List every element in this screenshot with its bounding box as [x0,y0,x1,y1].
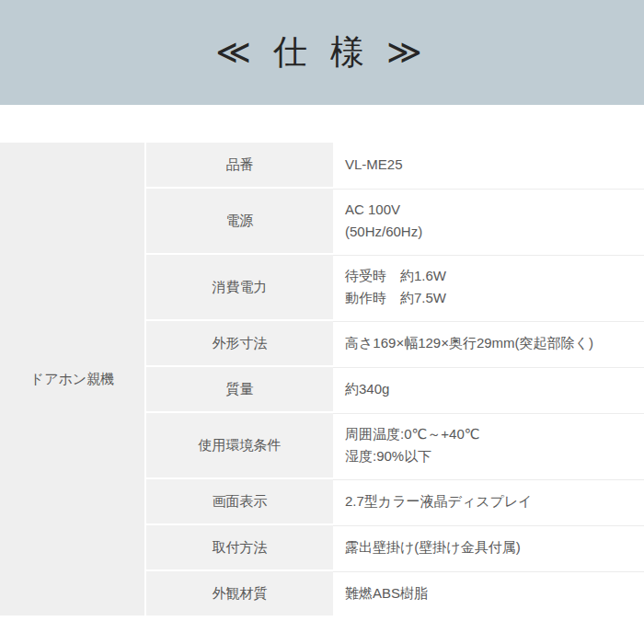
spec-header-band: ≪ 仕 様 ≫ [0,0,644,105]
spec-row: 画面表示2.7型カラー液晶ディスプレイ [146,477,644,523]
spec-row-value: 周囲温度:0℃～+40℃湿度:90%以下 [333,413,644,477]
spec-row-label: 電源 [146,189,333,253]
spec-row-value: 待受時 約1.6W動作時 約7.5W [333,255,644,319]
spec-row-value: 高さ169×幅129×奥行29mm(突起部除く) [333,321,644,365]
spec-row-value-line: 露出壁掛け(壁掛け金具付属) [345,536,635,558]
spec-row: 外観材質難燃ABS樹脂 [146,569,644,615]
spec-row-value: 露出壁掛け(壁掛け金具付属) [333,525,644,569]
spec-row-label: 取付方法 [146,525,333,569]
spec-row: 電源AC 100V(50Hz/60Hz) [146,187,644,253]
spec-row-value-line: 約340g [345,378,635,400]
spec-row-label: 品番 [146,143,333,187]
spec-row: 使用環境条件周囲温度:0℃～+40℃湿度:90%以下 [146,411,644,477]
spec-row-value-line: 難燃ABS樹脂 [345,582,635,604]
spec-row-value-line: 2.7型カラー液晶ディスプレイ [345,490,635,512]
page-title: ≪ 仕 様 ≫ [215,29,428,75]
spec-row-value-line: 周囲温度:0℃～+40℃ [345,423,635,445]
group-label: ドアホン親機 [30,371,114,388]
spec-row-label: 外形寸法 [146,321,333,365]
spec-row-value: VL-ME25 [333,143,644,187]
spec-row: 外形寸法高さ169×幅129×奥行29mm(突起部除く) [146,319,644,365]
spec-row-value: 難燃ABS樹脂 [333,571,644,615]
spec-row: 質量約340g [146,365,644,411]
spec-row-value-line: VL-ME25 [345,154,635,176]
group-cell: ドアホン親機 [0,143,146,615]
spec-row-label: 画面表示 [146,479,333,523]
spec-row: 品番VL-ME25 [146,143,644,187]
spec-row-value-line: AC 100V [345,199,635,221]
spec-row-value: 約340g [333,367,644,411]
spec-table: ドアホン親機 品番VL-ME25電源AC 100V(50Hz/60Hz)消費電力… [0,143,644,615]
spec-row-value-line: 高さ169×幅129×奥行29mm(突起部除く) [345,332,635,354]
spec-row-label: 外観材質 [146,571,333,615]
spec-rows: 品番VL-ME25電源AC 100V(50Hz/60Hz)消費電力待受時 約1.… [146,143,644,615]
spec-row-value-line: 動作時 約7.5W [345,287,635,309]
spec-row: 取付方法露出壁掛け(壁掛け金具付属) [146,523,644,569]
spec-row-value: AC 100V(50Hz/60Hz) [333,189,644,253]
spec-row-value: 2.7型カラー液晶ディスプレイ [333,479,644,523]
spec-row: 消費電力待受時 約1.6W動作時 約7.5W [146,253,644,319]
spec-row-value-line: 待受時 約1.6W [345,265,635,287]
spec-row-label: 質量 [146,367,333,411]
page: ≪ 仕 様 ≫ ドアホン親機 品番VL-ME25電源AC 100V(50Hz/6… [0,0,644,644]
spec-row-value-line: (50Hz/60Hz) [345,221,635,243]
spec-row-value-line: 湿度:90%以下 [345,445,635,467]
spec-row-label: 消費電力 [146,255,333,319]
spec-row-label: 使用環境条件 [146,413,333,477]
